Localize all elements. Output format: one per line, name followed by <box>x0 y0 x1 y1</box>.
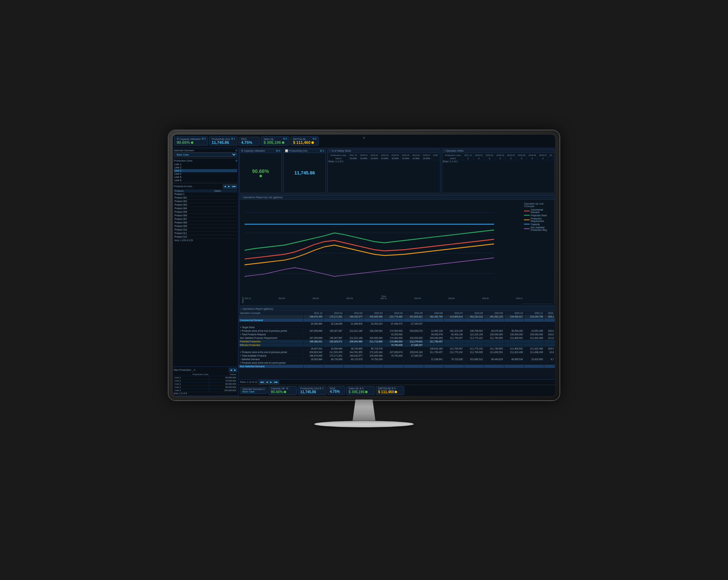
chart-legend: Operation by Line Concepts Commercial De… <box>523 201 553 304</box>
top-panels: ⚙ Capacity Utilization ⚙ 0 90.66% <box>239 148 555 194</box>
data-table-wrapper[interactable]: Operation Concepts 2021.12 2022.01 2022.… <box>239 311 555 379</box>
table-row: Product 009 <box>174 224 237 228</box>
main-content: Selected Scenario 0 Base Case Pr <box>173 148 555 396</box>
kpi-productivity: Productivity (Un) ⚙ 1 11,745.86 <box>209 136 237 146</box>
max-prod-nav-prev[interactable]: ◀ <box>229 368 233 372</box>
table-row: Line 150,000,000 <box>174 376 237 379</box>
table-row: Product 010 <box>174 228 237 231</box>
data-table-title: Operations Report (gallons) <box>242 308 273 310</box>
table-row: Product 011 <box>174 231 237 235</box>
chart-title: Operations Report by Line (gallons) <box>243 196 283 199</box>
max-production-section: Max Production _ 0 ◀ ▶ Pro <box>173 367 238 396</box>
table-row: Product 008 <box>174 221 237 224</box>
prod-line-item-4[interactable]: Line 4 <box>174 172 237 175</box>
table-row: Product 002 <box>174 199 237 203</box>
scenario-select[interactable]: Base Case <box>174 152 237 157</box>
bottom-capacity: Capacity Util ⚙ 90.66% <box>268 386 297 395</box>
bottom-ebitda-value: $ 111,460 <box>378 390 394 394</box>
bottom-ebitda: EBITDA ($) ⚙ 0 $ 111,460 <box>376 386 404 395</box>
prod-line-item-2[interactable]: Line 2 <box>174 166 237 169</box>
bottom-roa: ROA 4.75% <box>327 386 345 395</box>
table-row: 188,876,455 175,171,901 190,432,577 205,… <box>239 315 555 318</box>
table-row: Product 1 <box>174 193 237 196</box>
products-nav-end[interactable]: ▶▶ <box>231 184 237 189</box>
table-row: Line 5134,000,000 <box>174 389 237 392</box>
operations-report-table: Operation Concepts 2021.12 2022.01 2022.… <box>239 311 555 368</box>
operation-shifts-panel: ○ Operation Shifts Production Lines <box>442 149 555 193</box>
chart-svg: 400M 300M 200M 100M <box>245 201 494 294</box>
center-content: ⚙ Capacity Utilization ⚙ 0 90.66% <box>239 148 555 396</box>
prod-line-item-1[interactable]: Line 1 <box>174 163 237 166</box>
products-nav-next[interactable]: ▶ <box>227 184 231 189</box>
camera-dot <box>363 137 365 139</box>
cap-util-dot <box>259 175 262 177</box>
table-row: Line 3 10.00% 10.00% 10.00% 10.00% 10.00… <box>329 157 439 160</box>
bottom-productivity: Productivity (Un) ⚙ 1 11,745.86 <box>298 386 326 395</box>
prod-line-item-6[interactable]: Line 6 <box>174 179 237 182</box>
monitor-frame: ⚙ Capacity Utilization ⚙ 0 90.66% <box>168 130 560 400</box>
capacity-dot <box>191 141 193 144</box>
legend-capacity: Capacity <box>524 223 551 226</box>
sales-value: $ 306,196 <box>263 140 281 145</box>
safety-stock-rows-info: Rows: 1-1 of 1 <box>328 160 439 163</box>
ebitda-dot <box>311 141 314 144</box>
table-nav-last[interactable]: ▶▶ <box>273 380 279 384</box>
bottom-roa-value: 4.75% <box>330 390 343 394</box>
products-label: Products to Line... <box>174 185 194 188</box>
prod-lines-list: Line 1 Line 2 Line 3 Line 4 Line 5 Line … <box>174 163 237 182</box>
table-row: Line 3 2 2 2 2 2 2 <box>443 157 553 160</box>
table-row: + Total Available Products 186,878,655 1… <box>239 354 555 357</box>
table-row-effective: Effective Production 74,750,009 27,340,5… <box>239 343 555 347</box>
kpi-sales: Sales ($) ⚙ 0 $ 306,196 <box>261 136 289 146</box>
legend-non-satisfied: Non Satisfied Production Req. <box>524 226 551 231</box>
table-row: Product 007 <box>174 217 237 221</box>
table-row: Line 380,000,000 <box>174 382 237 385</box>
sales-dot <box>282 141 284 144</box>
roa-value: 4.75% <box>241 140 257 145</box>
main-chart: ○ Operations Report by Line (gallons) Va… <box>239 195 555 306</box>
table-row: 18,407,641 18,590,884 38,726,969 60,715,… <box>239 347 555 350</box>
prod-line-item-5[interactable]: Line 5 <box>174 175 237 179</box>
scenario-section: Selected Scenario 0 Base Case <box>173 148 238 158</box>
table-row: + Target Stock <box>239 325 555 329</box>
table-row: Product 012 <box>174 235 237 238</box>
prod-line-item-3[interactable]: Line 3 <box>174 169 237 172</box>
bottom-sales: Sales ($) ⚙ 0 $ 306,196 <box>346 386 375 395</box>
table-row: Product 005 <box>174 210 237 213</box>
products-nav-prev[interactable]: ◀ <box>223 184 227 189</box>
table-footer: Rows: 1-12 of 12 ◀◀ ◀ ▶ ▶▶ <box>239 379 555 385</box>
kpi-capacity-util: ⚙ Capacity Utilization ⚙ 0 90.66% <box>174 136 208 146</box>
table-row: + Products stock at the end of current p… <box>239 361 555 364</box>
dashboard: ⚙ Capacity Utilization ⚙ 0 90.66% <box>173 135 555 396</box>
productivity-display: 11,745.86 <box>294 170 315 175</box>
table-nav-first[interactable]: ◀◀ <box>259 380 264 384</box>
bottom-scenario-value: Base Case <box>242 390 265 393</box>
legend-production-req: Production Requirement <box>524 217 551 222</box>
max-prod-nav-next[interactable]: ▶ <box>233 368 237 372</box>
products-table: Products Values Product 1 Product 001 Pr… <box>174 189 237 242</box>
monitor-neck <box>350 400 378 421</box>
table-row-potential: Potential Production 185,396,001 192,929… <box>239 340 555 343</box>
table-row: Product 001 <box>174 196 237 199</box>
bottom-productivity-value: 11,745.86 <box>300 390 324 394</box>
table-row: Line 490,000,000 <box>174 385 237 389</box>
production-lines-section: Production Lines 0 Line 1 Line 2 Line 3 … <box>173 158 238 183</box>
capacity-util-value: 90.66% <box>177 140 190 145</box>
kpi-capacity-label: ⚙ Capacity Utilization ⚙ 0 <box>177 137 205 140</box>
monitor-bezel: ⚙ Capacity Utilization ⚙ 0 90.66% <box>173 135 555 396</box>
kpi-ebitda: EBITDA ($) ⚙ 0 $ 111,460 <box>290 136 319 146</box>
table-nav-prev[interactable]: ◀ <box>265 380 269 384</box>
max-prod-rows-info: lines 1-6 of 6 <box>174 392 237 395</box>
table-row: + Products stock at the end of previous … <box>239 329 555 332</box>
table-nav-next[interactable]: ▶ <box>269 380 273 384</box>
table-header-row: Operation Concepts 2021.12 2022.01 2022.… <box>239 311 555 315</box>
legend-projected-stock: Projected Stock <box>524 214 551 217</box>
table-nav: ◀◀ ◀ ▶ ▶▶ <box>259 380 279 384</box>
products-rows-info: lines 1-100 of 129 <box>174 239 237 242</box>
x-ticks: 2021.12 2022.03 2022.06 2022.09 2022.12 … <box>245 297 523 299</box>
table-row: + Products stock at the end of previous … <box>239 350 555 354</box>
y-axis-label: Values <box>241 201 245 304</box>
table-row-commercial-demand: Commercial Demand <box>239 318 555 322</box>
bottom-sales-value: $ 306,196 <box>349 390 365 394</box>
productivity-value: 11,745.86 <box>212 140 235 145</box>
